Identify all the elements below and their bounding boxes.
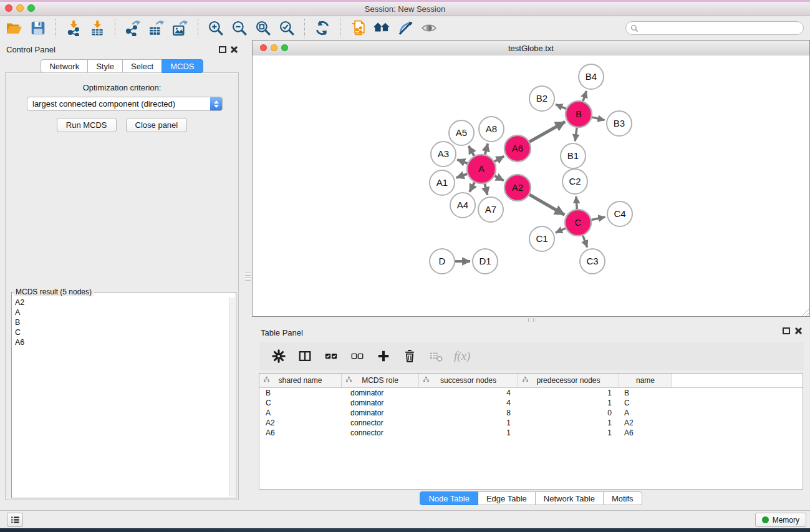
edge-A-A5[interactable]	[469, 146, 475, 156]
edge-B-B3[interactable]	[592, 117, 604, 120]
node-C1[interactable]: C1	[529, 226, 554, 251]
tab-network-table[interactable]: Network Table	[535, 491, 604, 505]
deselect-all-columns-button[interactable]	[349, 347, 365, 365]
edge-A2-C[interactable]	[529, 195, 564, 215]
edge-B-B1[interactable]	[575, 128, 577, 141]
network-canvas[interactable]: AA6A2BCB4B2B3B1A5A8A3A1A4A7C2C4C1C3DD1	[253, 56, 809, 316]
zoom-out-button[interactable]	[228, 17, 251, 39]
close-panel-button[interactable]	[231, 46, 238, 53]
export-table-button[interactable]	[145, 17, 168, 39]
edge-A-A3[interactable]	[457, 160, 467, 163]
column-header-MCDS-role[interactable]: MCDS role	[342, 374, 419, 387]
add-column-button[interactable]	[375, 347, 392, 365]
node-A1[interactable]: A1	[430, 170, 455, 195]
edge-B-B2[interactable]	[556, 104, 566, 109]
show-graphics-details-button[interactable]	[417, 17, 441, 39]
edge-C-C1[interactable]	[556, 228, 566, 233]
show-task-history-button[interactable]	[7, 513, 23, 527]
column-header-shared-name[interactable]: shared name	[259, 374, 342, 387]
node-C[interactable]: C	[565, 210, 591, 236]
tab-node-table[interactable]: Node Table	[420, 491, 478, 505]
node-A2[interactable]: A2	[504, 175, 531, 201]
zoom-selected-button[interactable]	[275, 17, 299, 39]
node-A8[interactable]: A8	[479, 117, 504, 142]
open-file-button[interactable]	[2, 17, 26, 39]
edge-A-A8[interactable]	[485, 143, 488, 154]
search-input[interactable]	[641, 22, 803, 34]
edge-A6-B[interactable]	[529, 122, 565, 142]
node-C3[interactable]: C3	[580, 249, 605, 274]
tab-network[interactable]: Network	[41, 59, 88, 73]
new-network-from-selection-button[interactable]	[346, 17, 370, 39]
node-B3[interactable]: B3	[607, 111, 632, 136]
column-header-successor-nodes[interactable]: successor nodes	[419, 374, 518, 387]
table-close-panel-button[interactable]	[795, 327, 803, 334]
edge-C-C4[interactable]	[592, 217, 605, 220]
node-A[interactable]: A	[467, 155, 496, 183]
node-A7[interactable]: A7	[478, 197, 503, 222]
table-row[interactable]: A2connector11A2	[259, 418, 803, 428]
save-session-button[interactable]	[26, 17, 50, 39]
tab-style[interactable]: Style	[87, 59, 123, 73]
node-D[interactable]: D	[430, 249, 455, 274]
vertical-split-grip[interactable]	[245, 271, 251, 283]
refresh-view-button[interactable]	[311, 17, 334, 39]
delete-column-button[interactable]	[402, 347, 418, 365]
node-B4[interactable]: B4	[579, 64, 604, 89]
column-header-predecessor-nodes[interactable]: predecessor nodes	[518, 374, 619, 387]
import-table-button[interactable]	[85, 17, 109, 39]
zoom-fit-button[interactable]	[251, 17, 275, 39]
tab-edge-table[interactable]: Edge Table	[478, 491, 536, 505]
node-C4[interactable]: C4	[607, 201, 632, 226]
horizontal-split-grip[interactable]	[527, 318, 538, 322]
node-B[interactable]: B	[566, 101, 592, 127]
import-network-button[interactable]	[62, 17, 85, 39]
export-image-button[interactable]	[168, 17, 192, 39]
run-mcds-button[interactable]: Run MCDS	[57, 118, 117, 132]
split-columns-button[interactable]	[297, 347, 313, 365]
edge-A-A7[interactable]	[485, 183, 487, 195]
edge-C-C3[interactable]	[583, 236, 587, 248]
mcds-result-item[interactable]: C	[12, 327, 228, 337]
table-float-panel-button[interactable]	[783, 327, 790, 334]
show-home-button[interactable]	[370, 17, 393, 39]
vertical-split-divider[interactable]	[244, 40, 252, 510]
node-A3[interactable]: A3	[431, 142, 456, 167]
mcds-result-scrollbar[interactable]	[229, 297, 235, 496]
node-D1[interactable]: D1	[473, 249, 498, 274]
select-all-columns-button[interactable]	[323, 347, 339, 365]
mcds-result-item[interactable]: B	[12, 317, 228, 327]
tab-mcds[interactable]: MCDS	[162, 59, 203, 73]
memory-button[interactable]: Memory	[755, 513, 806, 527]
settings-gear-button[interactable]	[271, 347, 287, 365]
search-field[interactable]	[625, 21, 804, 35]
hide-style-button[interactable]	[393, 17, 417, 39]
edge-A-A4[interactable]	[470, 182, 475, 191]
zoom-in-button[interactable]	[204, 17, 228, 39]
table-row[interactable]: Cdominator41C	[259, 398, 803, 408]
mcds-result-item[interactable]: A6	[12, 337, 228, 347]
tab-motifs[interactable]: Motifs	[603, 491, 642, 505]
table-row[interactable]: Adominator80A	[259, 408, 803, 418]
node-A4[interactable]: A4	[450, 193, 475, 218]
edge-A-A6[interactable]	[494, 156, 504, 162]
node-B1[interactable]: B1	[561, 143, 586, 168]
delete-table-button[interactable]	[428, 347, 444, 365]
mcds-result-item[interactable]: A2	[12, 297, 228, 307]
node-A5[interactable]: A5	[449, 120, 474, 145]
edge-A-A2[interactable]	[494, 176, 504, 181]
criterion-select[interactable]: largest connected component (directed)	[27, 97, 223, 111]
tab-select[interactable]: Select	[122, 59, 162, 73]
edge-C-C2[interactable]	[576, 196, 577, 209]
float-panel-button[interactable]	[219, 46, 226, 53]
column-header-name[interactable]: name	[619, 374, 672, 387]
close-panel-action-button[interactable]: Close panel	[126, 118, 188, 132]
function-builder-button[interactable]: f(x)	[454, 349, 470, 363]
edge-A-A1[interactable]	[456, 174, 468, 178]
mcds-result-item[interactable]: A	[12, 307, 228, 317]
horizontal-split-divider[interactable]	[252, 317, 810, 323]
node-A6[interactable]: A6	[504, 135, 531, 162]
table-row[interactable]: Bdominator41B	[259, 388, 803, 398]
node-B2[interactable]: B2	[529, 86, 554, 111]
table-row[interactable]: A6connector11A6	[259, 428, 803, 438]
